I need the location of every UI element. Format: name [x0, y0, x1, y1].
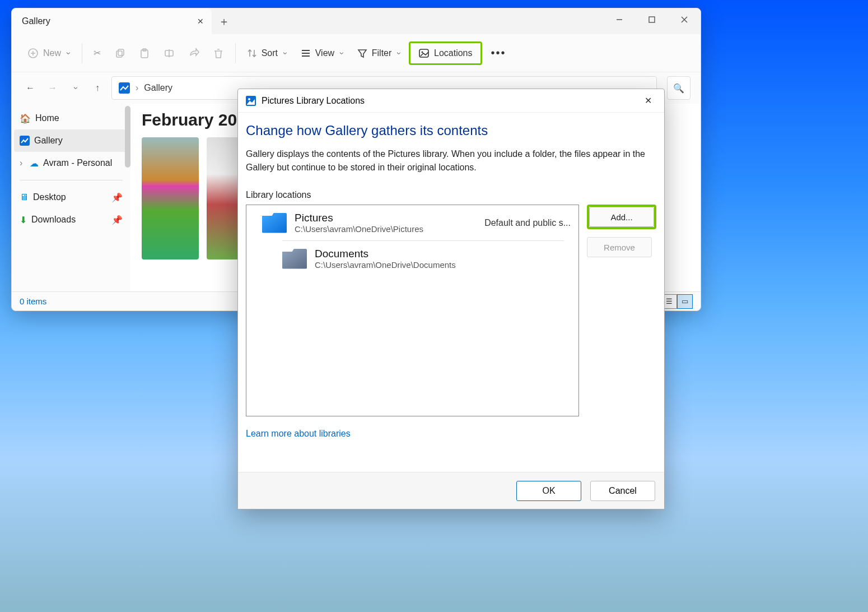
sidebar-item-desktop[interactable]: 🖥 Desktop 📌: [12, 186, 130, 208]
location-note: Default and public s...: [484, 218, 571, 228]
divider: [20, 180, 123, 180]
item-count: 0 items: [20, 296, 46, 306]
svg-rect-1: [649, 17, 655, 22]
folder-icon: [282, 249, 307, 269]
sort-button[interactable]: Sort: [241, 45, 293, 62]
location-item[interactable]: Documents C:\Users\avram\OneDrive\Docume…: [282, 240, 564, 276]
copy-button[interactable]: [109, 44, 131, 62]
svg-point-17: [422, 51, 423, 53]
download-icon: ⬇: [20, 215, 27, 225]
remove-button[interactable]: Remove: [587, 237, 652, 257]
sidebar-item-downloads[interactable]: ⬇ Downloads 📌: [12, 208, 130, 231]
svg-rect-8: [118, 49, 124, 55]
list-icon: [301, 48, 311, 58]
thumbnail[interactable]: [142, 137, 199, 259]
location-text: Pictures C:\Users\avram\OneDrive\Picture…: [295, 212, 423, 234]
divider: [235, 43, 236, 63]
sidebar-item-label: Desktop: [33, 192, 66, 202]
recent-dropdown[interactable]: [67, 80, 83, 96]
dialog-title: Pictures Library Locations: [262, 96, 365, 106]
sidebar-item-gallery[interactable]: Gallery: [14, 129, 128, 152]
more-button[interactable]: •••: [491, 47, 506, 59]
trash-icon: [213, 48, 224, 59]
view-button[interactable]: View: [295, 45, 349, 62]
filter-label: Filter: [372, 48, 392, 58]
sort-label: Sort: [262, 48, 278, 58]
locations-button[interactable]: Locations: [409, 41, 482, 65]
new-button[interactable]: New: [22, 44, 76, 62]
search-button[interactable]: 🔍: [667, 76, 690, 100]
toolbar: New ✂ Sort View Filter Locations •••: [12, 34, 701, 72]
picture-icon: [418, 48, 430, 59]
filter-icon: [357, 48, 367, 58]
scrollbar[interactable]: [125, 106, 130, 168]
pin-icon[interactable]: 📌: [111, 215, 123, 225]
desktop-icon: 🖥: [20, 192, 29, 202]
chevron-down-icon: [66, 48, 71, 58]
close-tab-icon[interactable]: ✕: [197, 17, 204, 26]
location-name: Pictures: [295, 212, 423, 224]
dialog-footer: OK Cancel: [238, 472, 664, 509]
chevron-down-icon: [73, 83, 78, 93]
dialog-titlebar: Pictures Library Locations ✕: [238, 89, 664, 113]
maximize-button[interactable]: [636, 8, 668, 31]
gallery-icon: [20, 136, 30, 146]
cut-button[interactable]: ✂: [88, 44, 106, 62]
ok-button[interactable]: OK: [516, 481, 581, 501]
chevron-down-icon: [396, 48, 401, 58]
close-window-button[interactable]: [668, 8, 701, 31]
delete-button[interactable]: [207, 44, 230, 62]
rename-button[interactable]: [158, 44, 180, 62]
svg-rect-7: [116, 51, 122, 57]
list-label: Library locations: [246, 190, 656, 200]
thumbnails-view-button[interactable]: ▭: [677, 294, 693, 309]
dialog-body: Change how Gallery gathers its contents …: [238, 113, 664, 472]
new-tab-button[interactable]: ＋: [212, 8, 236, 34]
cancel-button[interactable]: Cancel: [590, 481, 655, 501]
dialog-row: Pictures C:\Users\avram\OneDrive\Picture…: [246, 205, 656, 416]
location-text: Documents C:\Users\avram\OneDrive\Docume…: [315, 248, 456, 270]
side-buttons: Add... Remove: [587, 205, 656, 416]
minimize-button[interactable]: [603, 8, 636, 31]
chevron-right-icon[interactable]: ›: [20, 158, 25, 168]
location-name: Documents: [315, 248, 456, 260]
divider: [82, 43, 82, 63]
tab-gallery[interactable]: Gallery ✕: [12, 8, 212, 34]
filter-button[interactable]: Filter: [352, 45, 407, 62]
learn-more-link[interactable]: Learn more about libraries: [246, 429, 656, 439]
remove-label: Remove: [604, 243, 635, 252]
add-highlight: Add...: [587, 205, 656, 229]
sidebar-item-onedrive[interactable]: › ☁ Avram - Personal: [12, 152, 130, 174]
chevron-right-icon: ›: [136, 83, 138, 93]
copy-icon: [114, 48, 125, 59]
locations-label: Locations: [434, 48, 473, 58]
close-dialog-button[interactable]: ✕: [640, 95, 656, 106]
add-button[interactable]: Add...: [589, 207, 654, 227]
back-button[interactable]: ←: [22, 80, 39, 96]
dialog-heading: Change how Gallery gathers its contents: [246, 123, 656, 138]
location-item[interactable]: Pictures C:\Users\avram\OneDrive\Picture…: [246, 205, 578, 240]
view-mode-switch: ☰ ▭: [661, 294, 693, 309]
folder-icon: [262, 213, 287, 233]
chevron-down-icon: [339, 48, 344, 58]
chevron-down-icon: [282, 48, 287, 58]
scissors-icon: ✂: [94, 48, 101, 58]
sidebar-item-home[interactable]: 🏠 Home: [12, 107, 130, 129]
share-button[interactable]: [183, 44, 205, 62]
plus-circle-icon: [27, 48, 39, 59]
breadcrumb[interactable]: Gallery: [144, 83, 172, 93]
dialog-paragraph: Gallery displays the contents of the Pic…: [246, 147, 656, 174]
share-icon: [188, 48, 199, 59]
home-icon: 🏠: [20, 113, 31, 124]
forward-button[interactable]: →: [44, 80, 61, 96]
new-label: New: [43, 48, 61, 58]
sort-icon: [247, 48, 257, 58]
search-icon: 🔍: [673, 83, 684, 94]
up-button[interactable]: ↑: [89, 80, 106, 96]
sidebar-item-label: Home: [35, 113, 59, 123]
pin-icon[interactable]: 📌: [111, 192, 123, 203]
svg-point-21: [248, 98, 250, 100]
paste-button[interactable]: [133, 44, 156, 62]
locations-list[interactable]: Pictures C:\Users\avram\OneDrive\Picture…: [246, 205, 579, 416]
sidebar: 🏠 Home Gallery › ☁ Avram - Personal 🖥 De…: [12, 104, 130, 291]
